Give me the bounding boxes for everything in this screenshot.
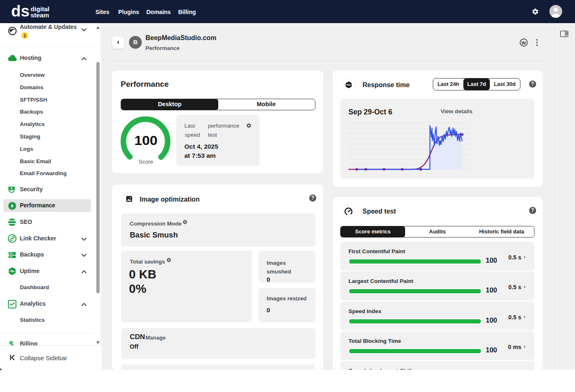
svg-text:W: W [522,40,526,45]
svg-text:steam: steam [31,12,49,19]
svg-text:ds: ds [12,4,29,19]
svg-text:100: 100 [134,133,157,147]
